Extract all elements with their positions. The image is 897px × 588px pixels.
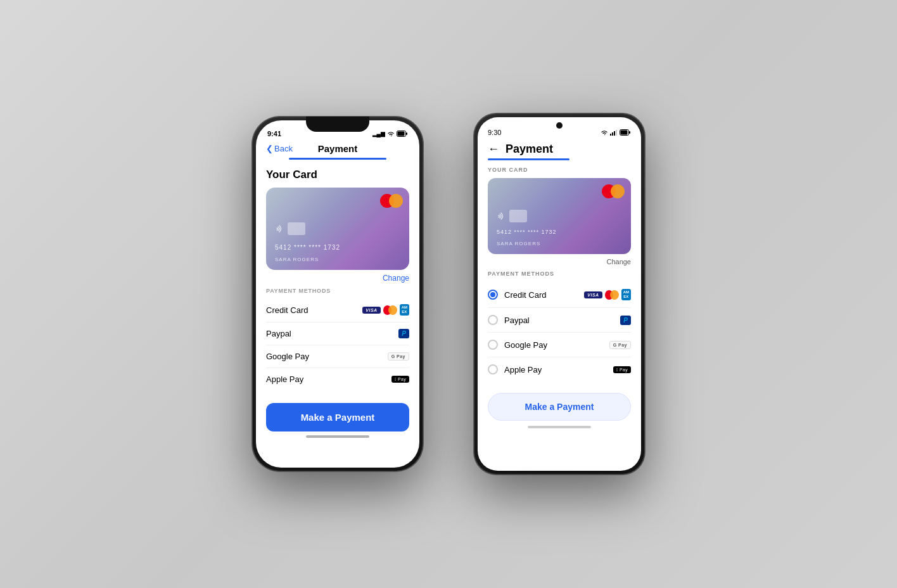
android-method-name-credit-card: Credit Card [504,290,546,300]
amex-badge: AMEX [400,304,409,316]
android-progress-bar [488,158,569,160]
svg-rect-5 [614,131,615,136]
iphone-navbar: ❮ Back Payment [256,141,419,155]
your-card-title: Your Card [266,169,409,181]
android-navbar: ← Payment [478,139,641,157]
contactless-icon [275,224,284,233]
radio-credit-card[interactable] [488,290,498,300]
back-arrow-button[interactable]: ← [488,143,499,156]
card-chip-area [275,222,305,235]
mastercard-badge [383,305,397,315]
iphone-progress-bar [289,158,387,160]
android-method-row-paypal[interactable]: Paypal P [488,308,631,333]
iphone-screen: 9:41 ▂▄▆ [256,120,419,468]
iphone-status-icons: ▂▄▆ [372,131,408,137]
android-home-indicator [528,426,591,428]
android-gpay-badge: G Pay [609,341,631,349]
android-paypal-icons: P [620,316,631,325]
android-paypal-logo-text: P [623,317,628,324]
android-method-left-googlepay: Google Pay [488,340,547,350]
paypal-icons: P [398,329,409,338]
svg-rect-1 [406,132,407,135]
wifi-icon [387,131,395,137]
card-chip [288,222,305,235]
android-method-left-applepay: Apple Pay [488,364,542,374]
iphone-content: Your Card [256,162,419,397]
paypal-logo-text: P [402,330,406,337]
android-payment-methods-label: PAYMENT METHODS [488,271,631,277]
svg-rect-2 [398,132,405,136]
gpay-badge: G Pay [388,352,409,361]
payment-methods-section-label: PAYMENT METHODS [266,288,409,294]
android-method-row-credit-card[interactable]: Credit Card VISA AMEX [488,282,631,308]
android-status-icons [601,129,631,136]
mastercard-logo [380,194,403,208]
android-mastercard-logo [602,184,625,198]
method-name-paypal: Paypal [266,329,291,338]
android-method-left-paypal: Paypal [488,315,530,325]
home-indicator [306,435,369,438]
applepay-icons:  Pay [391,376,409,383]
card-visual: 5412 **** **** 1732 SARA ROGERS [266,188,409,270]
android-mc-orange [611,184,625,198]
android-make-payment-button[interactable]: Make a Payment [488,393,631,421]
mc-orange-circle [389,194,403,208]
android-mockup: 9:30 [474,113,645,475]
android-method-name-paypal: Paypal [504,316,530,325]
radio-dot [490,292,495,297]
battery-icon [397,131,408,137]
applepay-badge:  Pay [391,376,409,383]
android-amex-badge: AMEX [621,289,631,300]
android-method-left-credit-card: Credit Card [488,290,546,300]
change-link[interactable]: Change [266,274,409,283]
method-row-credit-card[interactable]: Credit Card VISA AMEX [266,298,409,323]
method-name-googlepay: Google Pay [266,352,309,361]
back-button[interactable]: ❮ Back [266,144,293,153]
android-your-card-label: YOUR CARD [488,167,631,173]
svg-rect-3 [610,134,611,136]
android-nav-title: Payment [506,143,553,156]
make-payment-button[interactable]: Make a Payment [266,403,409,431]
googlepay-icons: G Pay [388,352,409,361]
android-screen: 9:30 [478,117,641,471]
card-holder-name: SARA ROGERS [275,257,319,262]
radio-googlepay[interactable] [488,340,498,350]
android-contactless-icon [497,212,506,220]
android-change-link[interactable]: Change [488,258,631,265]
nav-title: Payment [318,143,358,154]
method-row-googlepay[interactable]: Google Pay G Pay [266,345,409,368]
visa-badge: VISA [362,307,380,314]
svg-rect-4 [612,132,613,136]
signal-icon: ▂▄▆ [372,131,385,137]
card-number: 5412 **** **** 1732 [275,244,340,251]
method-row-applepay[interactable]: Apple Pay  Pay [266,368,409,390]
android-visa-badge: VISA [584,291,602,298]
radio-paypal[interactable] [488,315,498,325]
method-name-credit-card: Credit Card [266,305,308,315]
paypal-badge: P [398,329,409,338]
android-googlepay-icons: G Pay [609,341,631,349]
radio-applepay[interactable] [488,364,498,374]
signal-icon-android [610,129,618,136]
android-card-holder-name: SARA ROGERS [497,241,540,246]
svg-rect-6 [616,130,617,136]
back-label: Back [274,144,293,153]
svg-rect-8 [629,131,630,134]
iphone-time: 9:41 [267,130,281,137]
android-method-name-applepay: Apple Pay [504,365,542,374]
android-content: YOUR CARD [478,162,641,387]
android-shell: 9:30 [474,113,645,475]
android-card-visual: 5412 **** **** 1732 SARA ROGERS [488,178,631,254]
android-applepay-badge:  Pay [613,366,631,373]
wifi-icon-android [601,130,608,136]
iphone-mockup: 9:41 ▂▄▆ [252,117,423,471]
iphone-notch [306,117,369,132]
android-punch-hole [556,122,563,129]
android-card-chip [509,210,527,222]
method-name-applepay: Apple Pay [266,374,303,384]
android-method-row-applepay[interactable]: Apple Pay  Pay [488,357,631,381]
method-row-paypal[interactable]: Paypal P [266,323,409,345]
android-paypal-badge: P [620,316,631,325]
android-method-row-googlepay[interactable]: Google Pay G Pay [488,333,631,357]
android-time: 9:30 [488,129,501,136]
